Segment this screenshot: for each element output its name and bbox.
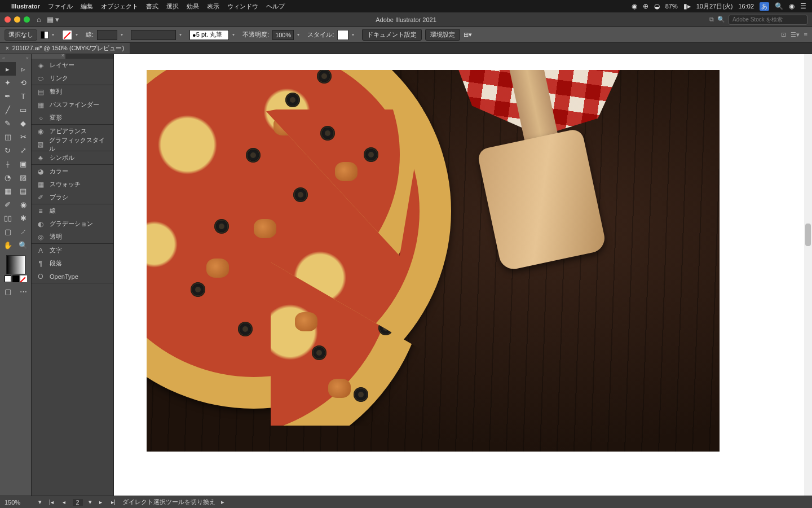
zoom-window[interactable] [24, 16, 30, 23]
scale-tool[interactable]: ⤢ [16, 143, 32, 157]
arrange-documents[interactable]: ▦ ▾ [47, 15, 60, 24]
battery-icon[interactable]: ▮▸ [683, 2, 691, 10]
artboard-next[interactable]: ▸ [98, 499, 104, 505]
slice-tool[interactable]: ⟋ [16, 225, 32, 238]
shape-builder-tool[interactable]: ◔ [0, 170, 16, 184]
fill-dropdown[interactable]: ▾ [52, 32, 59, 37]
selection-tool[interactable]: ▸ [0, 62, 16, 76]
screen-mode[interactable]: ▢ [0, 284, 16, 298]
siri-icon[interactable]: ◉ [789, 2, 795, 10]
line-tool[interactable]: ╱ [0, 103, 16, 116]
panel-item-段落[interactable]: ¶段落 [32, 257, 113, 270]
blend-tool[interactable]: ◉ [16, 198, 32, 211]
panel-item-スウォッチ[interactable]: ▦スウォッチ [32, 178, 113, 191]
rectangle-tool[interactable]: ▭ [16, 103, 32, 116]
panel-item-文字[interactable]: A文字 [32, 244, 113, 257]
type-tool[interactable]: T [16, 89, 32, 103]
stroke-color-dropdown[interactable]: ▾ [76, 32, 82, 37]
scrollbar-thumb[interactable] [805, 224, 811, 246]
width-tool[interactable]: ⟊ [0, 157, 16, 170]
zoom-level[interactable]: 150% [5, 499, 33, 506]
style-dropdown[interactable]: ▾ [352, 32, 359, 37]
preferences-button[interactable]: 環境設定 [425, 29, 460, 41]
control-center-icon[interactable]: ☰ [800, 2, 806, 10]
minimize-window[interactable] [14, 16, 20, 23]
ime-indicator[interactable]: あ [760, 2, 769, 11]
mesh-tool[interactable]: ▦ [0, 184, 16, 198]
free-transform-tool[interactable]: ▣ [16, 157, 32, 170]
close-tab-icon[interactable]: × [6, 45, 9, 51]
fill-swatch[interactable] [41, 31, 48, 39]
artboard-prev[interactable]: ◂ [61, 499, 67, 505]
app-name[interactable]: Illustrator [11, 3, 40, 10]
panel-item-グラデーション[interactable]: ◐グラデーション [32, 217, 113, 230]
status-menu-icon[interactable]: ▸ [221, 498, 224, 506]
cc-icon[interactable]: ◉ [632, 2, 637, 10]
artboard[interactable] [147, 70, 720, 452]
perspective-tool[interactable]: ▨ [16, 170, 32, 184]
profile-dropdown[interactable]: ▾ [179, 32, 186, 37]
menu-edit[interactable]: 編集 [81, 2, 93, 11]
document-setup-button[interactable]: ドキュメント設定 [362, 29, 422, 41]
panel-item-リンク[interactable]: ⬭リンク [32, 72, 113, 85]
wifi-icon[interactable]: ◒ [654, 2, 660, 10]
opacity-field[interactable]: 100% [272, 30, 294, 40]
brush-definition[interactable]: ● 5 pt. 丸筆 [189, 30, 229, 40]
menu-object[interactable]: オブジェクト [101, 2, 138, 11]
graphic-style-swatch[interactable] [337, 30, 348, 40]
share-icon[interactable]: ⧉ [709, 16, 714, 23]
eyedropper-tool[interactable]: ✐ [0, 198, 16, 211]
hand-tool[interactable]: ✋ [0, 238, 16, 252]
search-icon[interactable]: 🔍 [717, 16, 725, 23]
artboard-tool[interactable]: ▢ [0, 225, 16, 238]
menu-help[interactable]: ヘルプ [266, 2, 285, 11]
align-to-icon[interactable]: ⊞▾ [464, 31, 472, 38]
dock-tab[interactable] [32, 54, 65, 59]
sync-icon[interactable]: ⊕ [643, 2, 648, 10]
panel-item-透明[interactable]: ◎透明 [32, 230, 113, 243]
color-mode[interactable] [5, 275, 11, 282]
stroke-swatch-none[interactable] [62, 30, 72, 40]
zoom-tool[interactable]: 🔍 [16, 238, 32, 252]
panel-item-シンボル[interactable]: ♣シンボル [32, 151, 113, 164]
panel-item-グラフィックスタイル[interactable]: ▧グラフィックスタイル [32, 138, 113, 151]
variable-width-profile[interactable] [131, 30, 176, 40]
panel-item-変形[interactable]: ⟐変形 [32, 111, 113, 124]
spotlight-icon[interactable]: 🔍 [775, 2, 783, 10]
stroke-weight-field[interactable] [97, 30, 117, 40]
pen-tool[interactable]: ✒ [0, 89, 16, 103]
artboard-first[interactable]: |◂ [47, 499, 55, 505]
opacity-dropdown[interactable]: ▾ [297, 32, 304, 37]
arrange-icon[interactable]: ☰▾ [791, 31, 800, 38]
panel-item-OpenType[interactable]: OOpenType [32, 270, 113, 283]
menu-select[interactable]: 選択 [166, 2, 179, 11]
menu-file[interactable]: ファイル [48, 2, 73, 11]
gradient-tool[interactable]: ▤ [16, 184, 32, 198]
vertical-scrollbar[interactable] [804, 54, 812, 508]
panel-tab-x[interactable]: × [26, 55, 29, 61]
column-graph-tool[interactable]: ▯▯ [0, 211, 16, 225]
symbol-sprayer-tool[interactable]: ✱ [16, 211, 32, 225]
zoom-dropdown-icon[interactable]: ▾ [38, 498, 42, 506]
shaper-tool[interactable]: ◆ [16, 116, 32, 130]
menu-view[interactable]: 表示 [207, 2, 219, 11]
panel-menu-icon[interactable]: ≡ [804, 31, 807, 38]
gradient-mode[interactable] [12, 275, 19, 282]
transform-icon[interactable]: ⊡ [781, 31, 786, 38]
magic-wand-tool[interactable]: ✦ [0, 76, 16, 89]
panel-item-線[interactable]: ≡線 [32, 204, 113, 217]
panel-item-パスファインダー[interactable]: ▦パスファインダー [32, 98, 113, 111]
tools-collapse[interactable]: « [2, 55, 5, 61]
panel-item-ブラシ[interactable]: ✐ブラシ [32, 191, 113, 204]
document-tab[interactable]: × 201027.ai* @ 150% (CMYK/プレビュー) [0, 43, 130, 54]
selection-status[interactable]: 選択なし [5, 29, 37, 41]
menubar-date[interactable]: 10月27日(火) [696, 2, 733, 11]
panel-item-整列[interactable]: ▤整列 [32, 85, 113, 98]
artboard-dropdown[interactable]: ▾ [89, 498, 92, 506]
canvas-area[interactable] [114, 54, 812, 508]
menu-window[interactable]: ウィンドウ [227, 2, 258, 11]
artboard-last[interactable]: ▸| [109, 499, 117, 505]
eraser-tool[interactable]: ◫ [0, 130, 16, 143]
lasso-tool[interactable]: ⟲ [16, 76, 32, 89]
brush-dropdown[interactable]: ▾ [232, 32, 239, 37]
